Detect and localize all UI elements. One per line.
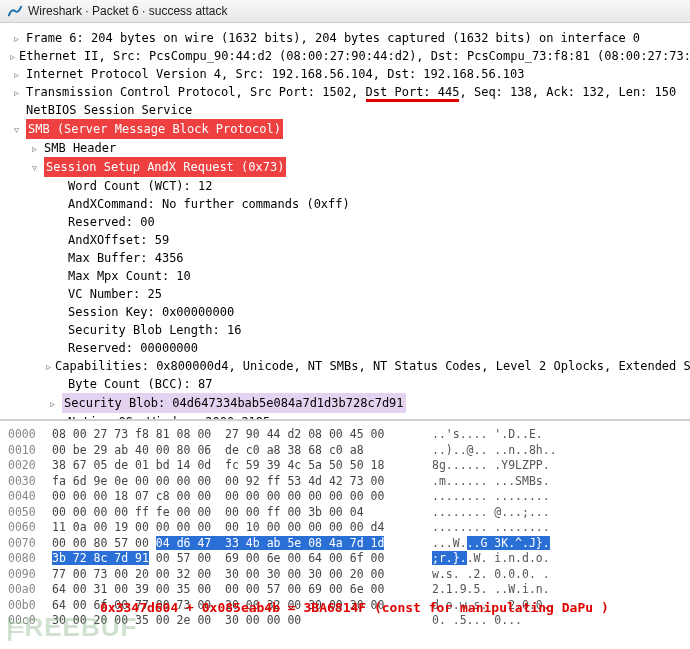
- hex-offset: 0050: [8, 505, 42, 521]
- tree-label: Native OS: Windows 2000 2195: [68, 413, 270, 421]
- tree-row[interactable]: AndXCommand: No further commands (0xff): [10, 195, 686, 213]
- hex-row[interactable]: 002038 67 05 de 01 bd 14 0d fc 59 39 4c …: [8, 458, 682, 474]
- tree-label: Byte Count (BCC): 87: [68, 375, 213, 393]
- hex-bytes: 11 0a 00 19 00 00 00 00 00 10 00 00 00 0…: [52, 520, 422, 536]
- tree-label: Reserved: 00: [68, 213, 155, 231]
- hex-ascii: ..)..@.. ..n..8h..: [432, 443, 557, 459]
- tree-label: AndXOffset: 59: [68, 231, 169, 249]
- tree-row[interactable]: Native OS: Windows 2000 2195: [10, 413, 686, 421]
- tree-label: Ethernet II, Src: PcsCompu_90:44:d2 (08:…: [19, 47, 690, 65]
- tree-label: AndXCommand: No further commands (0xff): [68, 195, 350, 213]
- hex-offset: 0020: [8, 458, 42, 474]
- window-title: Wireshark · Packet 6 · success attack: [28, 4, 227, 18]
- tree-row[interactable]: AndXOffset: 59: [10, 231, 686, 249]
- tree-row[interactable]: ▹Frame 6: 204 bytes on wire (1632 bits),…: [10, 29, 686, 47]
- hex-ascii: ..'s.... '.D..E.: [432, 427, 543, 443]
- hex-ascii: 2.1.9.5. ..W.i.n.: [432, 582, 550, 598]
- expander-icon[interactable]: ▹: [46, 359, 51, 374]
- expander-icon[interactable]: ▿: [28, 160, 40, 175]
- tree-row[interactable]: Max Mpx Count: 10: [10, 267, 686, 285]
- hex-ascii: .m...... ...SMBs.: [432, 474, 550, 490]
- tree-row[interactable]: ▹Internet Protocol Version 4, Src: 192.1…: [10, 65, 686, 83]
- expander-icon[interactable]: ▹: [10, 85, 22, 100]
- hex-ascii: ........ ........: [432, 489, 550, 505]
- expander-icon[interactable]: ▹: [28, 141, 40, 156]
- titlebar: Wireshark · Packet 6 · success attack: [0, 0, 690, 23]
- tree-row[interactable]: ▹Security Blob: 04d647334bab5e084a7d1d3b…: [10, 393, 686, 413]
- tree-row[interactable]: ▹Capabilities: 0x800000d4, Unicode, NT S…: [10, 357, 686, 375]
- tree-row[interactable]: ▹Transmission Control Protocol, Src Port…: [10, 83, 686, 101]
- expander-icon[interactable]: ▹: [46, 396, 58, 411]
- hex-ascii: 8g...... .Y9LZPP.: [432, 458, 550, 474]
- tree-row[interactable]: Max Buffer: 4356: [10, 249, 686, 267]
- hex-offset: 00b0: [8, 598, 42, 614]
- tree-row[interactable]: NetBIOS Session Service: [10, 101, 686, 119]
- hex-row[interactable]: 001000 be 29 ab 40 00 80 06 de c0 a8 38 …: [8, 443, 682, 459]
- hex-row[interactable]: 009077 00 73 00 20 00 32 00 30 00 30 00 …: [8, 567, 682, 583]
- formula-annotation: 0x3347d604 + 0x085eab4b = 3BA6814F (cons…: [100, 600, 609, 615]
- hex-ascii: 0. .5... 0...: [432, 613, 522, 629]
- tree-row[interactable]: ▿Session Setup AndX Request (0x73): [10, 157, 686, 177]
- hex-bytes: 64 00 31 00 39 00 35 00 00 00 57 00 69 0…: [52, 582, 422, 598]
- tree-label: Max Buffer: 4356: [68, 249, 184, 267]
- hex-row[interactable]: 005000 00 00 00 ff fe 00 00 00 00 ff 00 …: [8, 505, 682, 521]
- hex-offset: 0040: [8, 489, 42, 505]
- expander-icon[interactable]: ▹: [10, 49, 15, 64]
- tree-row[interactable]: VC Number: 25: [10, 285, 686, 303]
- tree-label: Security Blob: 04d647334bab5e084a7d1d3b7…: [62, 393, 406, 413]
- hex-row[interactable]: 006011 0a 00 19 00 00 00 00 00 10 00 00 …: [8, 520, 682, 536]
- tree-label: Word Count (WCT): 12: [68, 177, 213, 195]
- tree-row[interactable]: ▿SMB (Server Message Block Protocol): [10, 119, 686, 139]
- tree-row[interactable]: Reserved: 00: [10, 213, 686, 231]
- tree-label: Transmission Control Protocol, Src Port:…: [26, 83, 676, 101]
- tree-label: Session Setup AndX Request (0x73): [44, 157, 286, 177]
- tree-label: NetBIOS Session Service: [26, 101, 192, 119]
- tree-label: SMB (Server Message Block Protocol): [26, 119, 283, 139]
- watermark: |≡REEBUF: [6, 612, 137, 643]
- hex-row[interactable]: 00803b 72 8c 7d 91 00 57 00 69 00 6e 00 …: [8, 551, 682, 567]
- expander-icon[interactable]: ▹: [10, 31, 22, 46]
- hex-row[interactable]: 000008 00 27 73 f8 81 08 00 27 90 44 d2 …: [8, 427, 682, 443]
- tree-row[interactable]: Reserved: 00000000: [10, 339, 686, 357]
- hex-offset: 0060: [8, 520, 42, 536]
- hex-offset: 0030: [8, 474, 42, 490]
- tree-row[interactable]: Word Count (WCT): 12: [10, 177, 686, 195]
- hex-bytes: 38 67 05 de 01 bd 14 0d fc 59 39 4c 5a 5…: [52, 458, 422, 474]
- hex-bytes: 00 00 80 57 00 04 d6 47 33 4b ab 5e 08 4…: [52, 536, 422, 552]
- hex-ascii: ........ @...;...: [432, 505, 550, 521]
- tree-row[interactable]: Byte Count (BCC): 87: [10, 375, 686, 393]
- tree-row[interactable]: ▹Ethernet II, Src: PcsCompu_90:44:d2 (08…: [10, 47, 686, 65]
- hex-bytes: 00 00 00 18 07 c8 00 00 00 00 00 00 00 0…: [52, 489, 422, 505]
- hex-bytes: fa 6d 9e 0e 00 00 00 00 00 92 ff 53 4d 4…: [52, 474, 422, 490]
- packet-details-tree[interactable]: ▹Frame 6: 204 bytes on wire (1632 bits),…: [0, 23, 690, 421]
- hex-offset: 0080: [8, 551, 42, 567]
- hex-offset: 0070: [8, 536, 42, 552]
- hex-offset: 00a0: [8, 582, 42, 598]
- tree-label: Session Key: 0x00000000: [68, 303, 234, 321]
- hex-bytes: 00 00 00 00 ff fe 00 00 00 00 ff 00 3b 0…: [52, 505, 422, 521]
- hex-bytes: 00 be 29 ab 40 00 80 06 de c0 a8 38 68 c…: [52, 443, 422, 459]
- tree-row[interactable]: ▹SMB Header: [10, 139, 686, 157]
- tree-row[interactable]: Session Key: 0x00000000: [10, 303, 686, 321]
- tree-label: Reserved: 00000000: [68, 339, 198, 357]
- tree-label: SMB Header: [44, 139, 116, 157]
- hex-ascii: ...W...G 3K.^.J}.: [432, 536, 550, 552]
- hex-offset: 0010: [8, 443, 42, 459]
- expander-icon[interactable]: ▹: [10, 67, 22, 82]
- tree-label: Security Blob Length: 16: [68, 321, 241, 339]
- hex-row[interactable]: 00a064 00 31 00 39 00 35 00 00 00 57 00 …: [8, 582, 682, 598]
- hex-ascii: ;r.}..W. i.n.d.o.: [432, 551, 550, 567]
- tree-label: Max Mpx Count: 10: [68, 267, 191, 285]
- tree-label: Capabilities: 0x800000d4, Unicode, NT SM…: [55, 357, 690, 375]
- hex-bytes: 3b 72 8c 7d 91 00 57 00 69 00 6e 00 64 0…: [52, 551, 422, 567]
- tree-label: VC Number: 25: [68, 285, 162, 303]
- hex-ascii: w.s. .2. 0.0.0. .: [432, 567, 550, 583]
- hex-row[interactable]: 007000 00 80 57 00 04 d6 47 33 4b ab 5e …: [8, 536, 682, 552]
- expander-icon[interactable]: ▿: [10, 122, 22, 137]
- hex-offset: 0090: [8, 567, 42, 583]
- hex-bytes: 77 00 73 00 20 00 32 00 30 00 30 00 30 0…: [52, 567, 422, 583]
- hex-offset: 0000: [8, 427, 42, 443]
- tree-row[interactable]: Security Blob Length: 16: [10, 321, 686, 339]
- hex-row[interactable]: 0030fa 6d 9e 0e 00 00 00 00 00 92 ff 53 …: [8, 474, 682, 490]
- hex-row[interactable]: 004000 00 00 18 07 c8 00 00 00 00 00 00 …: [8, 489, 682, 505]
